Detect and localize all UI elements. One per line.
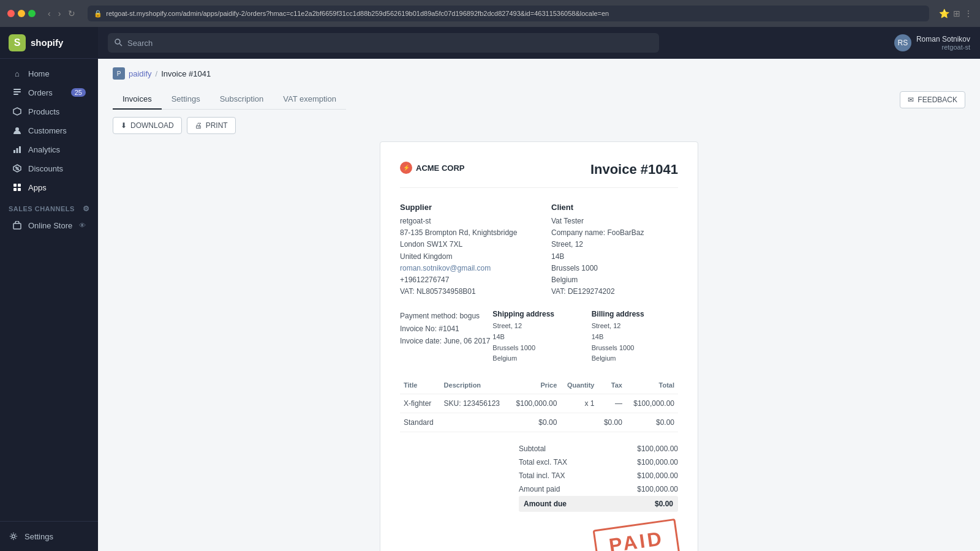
print-label: PRINT — [206, 121, 228, 130]
menu-icon[interactable]: ⋮ — [964, 9, 973, 18]
client-details: Vat Tester Company name: FooBarBaz Stree… — [551, 216, 678, 298]
sidebar-item-discounts[interactable]: Discounts — [4, 159, 94, 178]
row2-description — [440, 413, 509, 432]
refresh-button[interactable]: ↻ — [66, 7, 78, 20]
row2-tax: $0.00 — [598, 413, 626, 432]
client-street: Street, 12 — [551, 239, 678, 250]
table-row: X-fighter SKU: 123456123 $100,000.00 x 1… — [400, 394, 678, 413]
app-layout: S shopify Home Orders 25 Products — [0, 27, 980, 551]
paid-stamp: PAID — [592, 519, 680, 551]
orders-badge: 25 — [71, 88, 86, 97]
sidebar-item-orders[interactable]: Orders 25 — [4, 83, 94, 102]
download-label: DOWNLOAD — [130, 121, 174, 130]
products-icon — [12, 107, 22, 116]
tab-subscription[interactable]: Subscription — [210, 89, 274, 110]
invoice-number: Invoice No: #1041 — [400, 323, 492, 335]
minimize-window-button[interactable] — [18, 10, 25, 17]
amount-paid-value: $100,000.00 — [637, 485, 678, 493]
client-name: Vat Tester — [551, 216, 678, 227]
analytics-icon — [12, 144, 22, 154]
user-name: Roman Sotnikov — [916, 35, 970, 43]
client-company: Company name: FooBarBaz — [551, 227, 678, 239]
home-icon — [12, 69, 22, 78]
svg-rect-2 — [13, 94, 18, 95]
sidebar-item-products[interactable]: Products — [4, 102, 94, 121]
shipping-address-column: Shipping address Street, 12 14B Brussels… — [492, 310, 579, 364]
forward-button[interactable]: › — [56, 7, 64, 20]
invoice-header: ⚡ ACME CORP Invoice #1041 — [400, 162, 678, 188]
sidebar: S shopify Home Orders 25 Products — [0, 27, 98, 551]
print-icon: 🖨 — [195, 121, 202, 130]
breadcrumb: P paidify / Invoice #1041 — [98, 59, 980, 80]
sidebar-item-orders-label: Orders — [28, 88, 53, 97]
extensions-icon[interactable]: ⊞ — [953, 9, 960, 18]
sidebar-item-settings-label: Settings — [24, 532, 53, 541]
svg-rect-12 — [13, 184, 17, 187]
search-placeholder: Search — [127, 39, 153, 48]
totals-section: Subtotal $100,000.00 Total excl. TAX $10… — [519, 442, 678, 512]
search-bar[interactable]: Search — [108, 33, 659, 53]
search-icon — [114, 38, 123, 48]
supplier-label: Supplier — [400, 203, 527, 212]
col-title: Title — [400, 377, 440, 394]
sidebar-item-analytics[interactable]: Analytics — [4, 140, 94, 159]
tab-invoices[interactable]: Invoices — [113, 89, 162, 110]
svg-rect-13 — [18, 184, 21, 187]
online-store-visibility-icon[interactable]: 👁 — [79, 222, 86, 229]
download-button[interactable]: ⬇ DOWNLOAD — [113, 117, 182, 134]
sidebar-item-settings[interactable]: Settings — [9, 528, 89, 545]
row1-tax: — — [598, 394, 626, 413]
sidebar-item-home[interactable]: Home — [4, 64, 94, 83]
client-apartment: 14B — [551, 251, 678, 263]
tab-settings[interactable]: Settings — [162, 89, 210, 110]
browser-window-controls — [7, 10, 36, 17]
sidebar-logo: S shopify — [0, 27, 98, 59]
svg-rect-7 — [19, 146, 21, 153]
back-button[interactable]: ‹ — [45, 7, 53, 20]
sales-channels-settings-icon[interactable]: ⚙ — [83, 204, 90, 213]
settings-icon — [9, 531, 18, 541]
sidebar-item-apps-label: Apps — [28, 183, 47, 192]
sidebar-item-customers[interactable]: Customers — [4, 121, 94, 140]
breadcrumb-app-link[interactable]: paidify — [129, 69, 152, 78]
company-logo: ⚡ ACME CORP — [400, 162, 464, 174]
sidebar-item-home-label: Home — [28, 69, 50, 78]
sidebar-item-apps[interactable]: Apps — [4, 178, 94, 197]
shipping-address-label: Shipping address — [492, 310, 579, 318]
svg-rect-16 — [13, 223, 21, 229]
sales-channels-header: SALES CHANNELS ⚙ — [0, 197, 98, 216]
maximize-window-button[interactable] — [28, 10, 36, 17]
row1-price: $100,000.00 — [508, 394, 560, 413]
svg-point-18 — [115, 39, 120, 44]
row2-price: $0.00 — [508, 413, 560, 432]
supplier-email-link[interactable]: roman.sotnikov@gmail.com — [400, 264, 491, 272]
bookmark-icon[interactable]: ⭐ — [939, 9, 949, 18]
tab-vat-exemption[interactable]: VAT exemption — [273, 89, 346, 110]
shipping-street: Street, 12 — [492, 321, 579, 332]
browser-toolbar-right: ⭐ ⊞ ⋮ — [939, 9, 973, 18]
invoice-table: Title Description Price Quantity Tax Tot… — [400, 377, 678, 432]
address-section: Shipping address Street, 12 14B Brussels… — [492, 310, 678, 364]
invoice-date: Invoice date: June, 06 2017 — [400, 335, 492, 347]
url-text: retgoat-st.myshopify.com/admin/apps/paid… — [106, 10, 609, 17]
app-icon: P — [113, 67, 125, 80]
online-store-icon — [12, 220, 22, 230]
feedback-label: FEEDBACK — [918, 96, 957, 104]
svg-rect-0 — [13, 89, 21, 90]
svg-line-19 — [120, 43, 123, 46]
main-wrapper: Search RS Roman Sotnikov retgoat-st P pa… — [98, 27, 980, 551]
tabs: Invoices Settings Subscription VAT exemp… — [113, 89, 346, 110]
amount-paid-label: Amount paid — [519, 485, 560, 493]
close-window-button[interactable] — [7, 10, 15, 17]
total-excl-tax-row: Total excl. TAX $100,000.00 — [519, 455, 678, 469]
sidebar-item-online-store[interactable]: Online Store 👁 — [4, 216, 94, 234]
totals-container: Subtotal $100,000.00 Total excl. TAX $10… — [400, 442, 678, 512]
svg-rect-15 — [18, 188, 21, 191]
print-button[interactable]: 🖨 PRINT — [187, 117, 236, 134]
address-bar[interactable]: 🔒 retgoat-st.myshopify.com/admin/apps/pa… — [88, 6, 929, 21]
actions-area: ⬇ DOWNLOAD 🖨 PRINT — [98, 110, 980, 141]
total-incl-tax-label: Total incl. TAX — [519, 471, 565, 480]
download-icon: ⬇ — [121, 121, 127, 130]
discounts-icon — [12, 163, 22, 173]
feedback-button[interactable]: ✉ FEEDBACK — [900, 91, 965, 108]
